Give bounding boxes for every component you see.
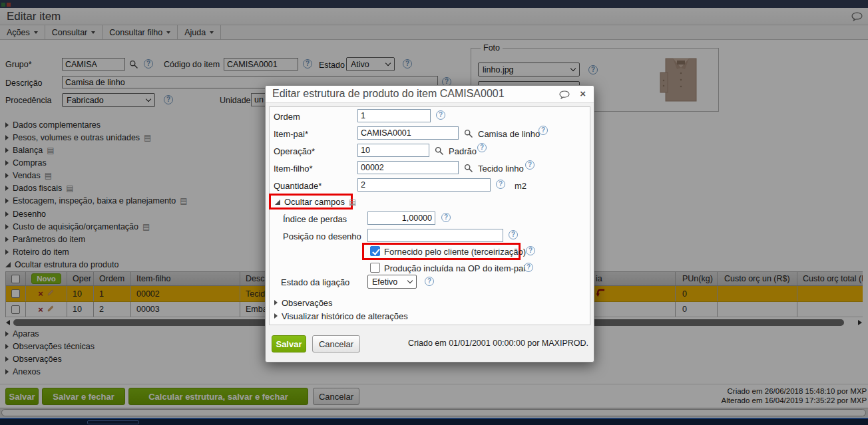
quantidade-unit: m2 [515, 181, 527, 191]
item-pai-label: Item-pai* [274, 129, 308, 139]
fornecido-checkbox[interactable] [370, 246, 380, 256]
item-pai-input[interactable] [357, 126, 459, 140]
help-icon[interactable] [477, 143, 487, 152]
modal-salvar-button[interactable]: Salvar [272, 335, 306, 353]
producao-checkbox[interactable] [370, 263, 380, 273]
screen: Editar item Ações Consultar Consultar fi… [0, 0, 868, 425]
modal-cancelar-button[interactable]: Cancelar [312, 335, 360, 353]
help-icon[interactable] [524, 263, 533, 272]
comment-bubble-icon[interactable] [559, 90, 570, 102]
item-filho-description: Tecido linho [478, 164, 524, 174]
posicao-desenho-input[interactable] [367, 229, 503, 242]
estado-ligacao-value: Efetivo [372, 277, 397, 287]
estado-ligacao-label: Estado da ligação [281, 277, 349, 287]
search-icon[interactable] [464, 128, 473, 140]
edit-structure-modal: Editar estrutura de produto do item CAMI… [265, 85, 594, 362]
help-icon[interactable] [496, 180, 505, 189]
quantidade-input[interactable] [357, 178, 491, 192]
section-ocultar-campos[interactable]: Ocultar campos [271, 196, 351, 207]
chevron-down-icon [407, 278, 413, 283]
help-icon[interactable] [436, 110, 445, 120]
expanded-arrow-icon [275, 200, 280, 205]
modal-title: Editar estrutura de produto do item CAMI… [272, 88, 505, 100]
section-label: Ocultar campos [284, 197, 345, 207]
producao-label: Produção incluída na OP do item-pai [384, 263, 525, 273]
annotation-box-ocultar-campos: Ocultar campos [269, 194, 353, 210]
operacao-description: Padrão [449, 146, 477, 156]
item-filho-label: Item-filho* [274, 164, 313, 174]
help-icon[interactable] [526, 246, 535, 255]
help-icon[interactable] [509, 230, 518, 239]
help-icon[interactable] [441, 213, 451, 222]
fornecido-label: Fornecido pelo cliente (terceirização) [384, 247, 526, 257]
quantidade-label: Quantidade* [274, 181, 322, 191]
modal-audit-info: Criado em 01/01/2001 00:00:00 por MAXIPR… [408, 339, 588, 348]
close-icon[interactable] [580, 88, 586, 99]
collapsed-arrow-icon [274, 313, 278, 319]
operacao-label: Operação* [274, 146, 315, 156]
ordem-input[interactable] [357, 109, 431, 122]
help-icon[interactable] [525, 160, 535, 170]
help-icon[interactable] [539, 126, 548, 135]
ordem-label: Ordem [274, 112, 300, 122]
collapsed-arrow-icon [274, 300, 278, 305]
section-label: Observações [282, 298, 333, 308]
document-icon [349, 198, 356, 206]
item-filho-input[interactable] [357, 161, 459, 174]
section-observacoes-modal[interactable]: Observações [274, 297, 333, 308]
posicao-desenho-label: Posição no desenho [283, 231, 361, 241]
section-label: Visualizar histórico de alterações [282, 311, 408, 321]
modal-titlebar: Editar estrutura de produto do item CAMI… [266, 86, 594, 103]
operacao-input[interactable] [357, 144, 429, 157]
item-pai-description: Camisa de linho [478, 129, 540, 139]
search-icon[interactable] [435, 146, 443, 158]
help-icon[interactable] [425, 277, 434, 286]
indice-perdas-input[interactable] [367, 212, 435, 225]
search-icon[interactable] [464, 163, 473, 175]
estado-ligacao-select[interactable]: Efetivo [367, 275, 417, 289]
indice-perdas-label: Índice de perdas [283, 214, 347, 224]
section-historico[interactable]: Visualizar histórico de alterações [274, 311, 408, 321]
